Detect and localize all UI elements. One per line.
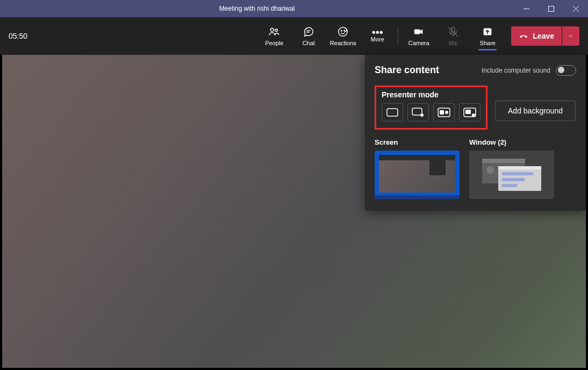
presenter-mode-reporter[interactable] <box>459 103 481 122</box>
share-content-panel: Share content Include computer sound Pre… <box>365 55 586 211</box>
maximize-button[interactable] <box>539 0 563 17</box>
window-stack-icon <box>482 159 541 191</box>
add-background-button[interactable]: Add background <box>495 101 576 121</box>
more-icon: ••• <box>372 30 383 35</box>
screen-share-option[interactable] <box>375 151 460 199</box>
chat-icon <box>303 26 314 39</box>
standout-icon <box>412 108 425 117</box>
side-by-side-icon <box>438 108 450 117</box>
camera-label: Camera <box>408 40 429 46</box>
window-share-option[interactable] <box>469 151 554 199</box>
toolbar-separator <box>398 28 398 44</box>
presenter-mode-label: Presenter mode <box>382 90 481 99</box>
people-icon <box>268 26 280 39</box>
share-panel-title: Share content <box>375 65 439 76</box>
mic-label: Mic <box>449 40 458 46</box>
titlebar: Meeting with rishi dhariwal <box>0 0 588 17</box>
svg-point-21 <box>445 111 448 114</box>
chevron-down-icon <box>568 33 574 39</box>
svg-rect-23 <box>465 110 471 114</box>
reporter-icon <box>463 108 476 117</box>
more-label: More <box>371 36 384 42</box>
toggle-off-icon <box>556 65 576 76</box>
svg-rect-1 <box>548 6 554 11</box>
svg-rect-17 <box>412 108 422 115</box>
share-label: Share <box>480 40 496 46</box>
window-controls <box>514 0 588 17</box>
reactions-label: Reactions <box>330 40 356 46</box>
include-sound-toggle[interactable]: Include computer sound <box>482 65 576 76</box>
window-title: Meeting with rishi dhariwal <box>0 5 514 12</box>
svg-point-18 <box>420 113 424 117</box>
mic-button[interactable]: Mic <box>436 17 470 55</box>
share-active-indicator <box>478 49 497 51</box>
people-button[interactable]: People <box>257 17 291 55</box>
leave-button[interactable]: Leave <box>511 26 562 46</box>
svg-rect-11 <box>414 29 420 34</box>
minimize-button[interactable] <box>514 0 539 17</box>
screen-preview-icon <box>379 155 455 193</box>
leave-options-button[interactable] <box>562 26 579 46</box>
include-sound-label: Include computer sound <box>482 67 550 74</box>
svg-point-24 <box>472 113 475 117</box>
presenter-mode-side-by-side[interactable] <box>433 103 455 122</box>
content-only-icon <box>386 108 398 117</box>
add-background-label: Add background <box>508 106 563 115</box>
screen-section-label: Screen <box>375 138 460 146</box>
reactions-icon <box>337 26 349 39</box>
camera-button[interactable]: Camera <box>401 17 436 55</box>
svg-rect-20 <box>440 110 444 115</box>
chat-label: Chat <box>303 40 315 46</box>
svg-point-10 <box>344 30 345 31</box>
video-stage: Share content Include computer sound Pre… <box>2 55 586 368</box>
svg-point-9 <box>341 30 342 31</box>
share-icon <box>482 26 493 39</box>
camera-icon <box>413 26 425 39</box>
presenter-mode-highlight: Presenter mode <box>375 86 487 130</box>
meeting-timer: 05:50 <box>9 32 27 40</box>
svg-rect-16 <box>387 109 398 116</box>
presenter-mode-content-only[interactable] <box>382 103 403 122</box>
more-button[interactable]: ••• More <box>360 17 395 55</box>
share-button[interactable]: Share <box>470 17 505 55</box>
window-section-label: Window (2) <box>469 138 554 146</box>
people-label: People <box>265 40 283 46</box>
presenter-mode-standout[interactable] <box>407 103 429 122</box>
meeting-toolbar: 05:50 People Chat Reactions <box>0 17 588 55</box>
reactions-button[interactable]: Reactions <box>326 17 360 55</box>
close-button[interactable] <box>563 0 588 17</box>
mic-off-icon <box>447 26 459 39</box>
leave-label: Leave <box>533 32 554 40</box>
hangup-icon <box>519 31 528 41</box>
svg-point-4 <box>271 28 274 31</box>
svg-point-5 <box>275 29 278 32</box>
chat-button[interactable]: Chat <box>291 17 326 55</box>
